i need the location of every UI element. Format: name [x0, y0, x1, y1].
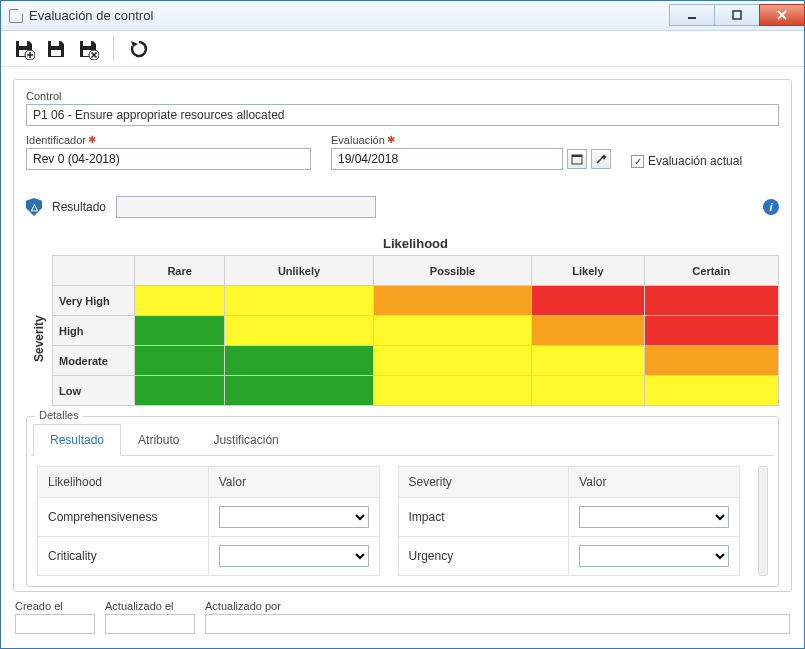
svg-rect-5 — [51, 41, 59, 46]
risk-cell[interactable] — [373, 376, 532, 406]
resultado-label: Resultado — [52, 200, 106, 214]
row-header: Very High — [53, 286, 135, 316]
detail-label: Criticality — [38, 537, 209, 576]
info-icon[interactable]: i — [763, 199, 779, 215]
save-add-button[interactable] — [11, 36, 37, 62]
impact-select[interactable] — [579, 506, 729, 528]
checkbox-icon: ✓ — [631, 155, 644, 168]
risk-matrix: Severity Likelihood Rare Unlikely Possib… — [26, 232, 779, 406]
document-icon — [9, 9, 23, 23]
creado-el-input[interactable] — [15, 614, 95, 634]
risk-cell[interactable] — [135, 316, 225, 346]
toolbar-separator — [113, 37, 114, 61]
likelihood-header: Likelihood — [38, 467, 209, 498]
tab-resultado[interactable]: Resultado — [33, 424, 121, 456]
creado-el-label: Creado el — [15, 600, 95, 612]
window-controls — [669, 5, 804, 26]
scrollbar[interactable] — [758, 466, 768, 576]
risk-cell[interactable] — [532, 316, 644, 346]
evaluacion-field: Evaluación✱ — [331, 134, 611, 170]
detail-label: Comprehensiveness — [38, 498, 209, 537]
risk-cell[interactable] — [135, 376, 225, 406]
toolbar — [1, 31, 804, 67]
detalles-legend: Detalles — [35, 409, 83, 421]
save-button[interactable] — [43, 36, 69, 62]
comprehensiveness-select[interactable] — [219, 506, 369, 528]
risk-matrix-table: Rare Unlikely Possible Likely Certain Ve… — [52, 255, 779, 406]
table-row: Urgency — [398, 537, 740, 576]
risk-cell[interactable] — [644, 286, 778, 316]
valor-header: Valor — [569, 467, 740, 498]
risk-cell[interactable] — [532, 346, 644, 376]
content-area: Control Identificador✱ Evaluación✱ — [1, 67, 804, 648]
tabs: Resultado Atributo Justificación — [31, 423, 774, 456]
risk-cell[interactable] — [373, 346, 532, 376]
control-field: Control — [26, 90, 779, 126]
svg-rect-6 — [51, 50, 61, 56]
evaluacion-label: Evaluación✱ — [331, 134, 611, 146]
save-delete-button[interactable] — [75, 36, 101, 62]
actualizado-por-input[interactable] — [205, 614, 790, 634]
evaluacion-actual-field: ✓ Evaluación actual — [631, 134, 742, 170]
minimize-button[interactable] — [669, 4, 715, 26]
risk-cell[interactable] — [644, 346, 778, 376]
valor-header: Valor — [208, 467, 379, 498]
main-fieldset: Control Identificador✱ Evaluación✱ — [13, 79, 792, 592]
maximize-button[interactable] — [714, 4, 760, 26]
tab-atributo[interactable]: Atributo — [121, 424, 196, 456]
risk-cell[interactable] — [225, 316, 373, 346]
risk-cell[interactable] — [225, 286, 373, 316]
risk-cell[interactable] — [644, 376, 778, 406]
svg-rect-0 — [688, 17, 696, 19]
actualizado-el-input[interactable] — [105, 614, 195, 634]
likelihood-detail: Likelihood Valor Comprehensiveness Criti… — [37, 466, 380, 576]
risk-cell[interactable] — [225, 346, 373, 376]
severity-axis-label: Severity — [26, 232, 52, 406]
detail-label: Impact — [398, 498, 569, 537]
risk-cell[interactable] — [532, 286, 644, 316]
detalles-fieldset: Detalles Resultado Atributo Justificació… — [26, 416, 779, 587]
risk-cell[interactable] — [225, 376, 373, 406]
risk-cell[interactable] — [532, 376, 644, 406]
footer-audit-fields: Creado el Actualizado el Actualizado por — [13, 600, 792, 636]
risk-cell[interactable] — [135, 346, 225, 376]
risk-cell[interactable] — [644, 316, 778, 346]
row-header: Low — [53, 376, 135, 406]
resultado-value-box — [116, 196, 376, 218]
svg-rect-1 — [733, 11, 741, 19]
refresh-button[interactable] — [126, 36, 152, 62]
detail-label: Urgency — [398, 537, 569, 576]
tab-justificacion[interactable]: Justificación — [196, 424, 295, 456]
urgency-select[interactable] — [579, 545, 729, 567]
table-row: Criticality — [38, 537, 380, 576]
col-header: Certain — [644, 256, 778, 286]
calendar-icon[interactable] — [567, 149, 587, 169]
actualizado-el-label: Actualizado el — [105, 600, 195, 612]
risk-cell[interactable] — [135, 286, 225, 316]
risk-cell[interactable] — [373, 316, 532, 346]
wand-icon[interactable] — [591, 149, 611, 169]
table-row: Comprehensiveness — [38, 498, 380, 537]
evaluacion-input[interactable] — [331, 148, 563, 170]
identificador-label: Identificador✱ — [26, 134, 311, 146]
col-header: Unlikely — [225, 256, 373, 286]
window-title: Evaluación de control — [29, 8, 153, 23]
risk-cell[interactable] — [373, 286, 532, 316]
svg-rect-2 — [19, 41, 27, 46]
identificador-input[interactable] — [26, 148, 311, 170]
evaluacion-actual-checkbox-wrap[interactable]: ✓ Evaluación actual — [631, 154, 742, 168]
severity-detail: Severity Valor Impact Urgency — [398, 466, 741, 576]
likelihood-axis-label: Likelihood — [52, 232, 779, 255]
evaluacion-actual-label: Evaluación actual — [648, 154, 742, 168]
row-header: High — [53, 316, 135, 346]
close-button[interactable] — [759, 4, 805, 26]
svg-rect-7 — [83, 41, 91, 46]
shield-icon: △ — [26, 198, 42, 216]
criticality-select[interactable] — [219, 545, 369, 567]
app-window: Evaluación de control — [0, 0, 805, 649]
control-input[interactable] — [26, 104, 779, 126]
resultado-row: △ Resultado i — [26, 196, 779, 218]
svg-rect-11 — [572, 155, 582, 157]
detail-body: Likelihood Valor Comprehensiveness Criti… — [31, 456, 774, 582]
col-header: Rare — [135, 256, 225, 286]
